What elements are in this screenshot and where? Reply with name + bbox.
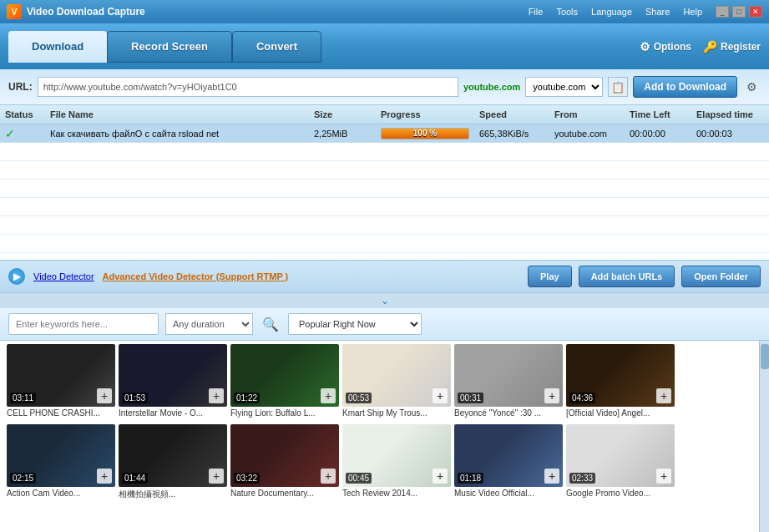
url-dropdown[interactable]: youtube.com xyxy=(525,77,603,97)
col-header-filename: File Name xyxy=(45,108,309,121)
options-label: Options xyxy=(654,41,691,53)
row-status: ✓ xyxy=(0,127,45,140)
menu-share[interactable]: Share xyxy=(645,7,670,17)
url-copy-button[interactable]: 📋 xyxy=(608,77,628,97)
menu-language[interactable]: Language xyxy=(591,7,632,17)
video-thumb[interactable]: 01:44 + xyxy=(119,424,227,487)
video-item: 04:36 + [Official Video] Angel... xyxy=(566,344,675,418)
video-duration: 03:11 xyxy=(10,393,36,403)
video-thumb[interactable]: 04:36 + xyxy=(566,344,675,407)
video-duration: 01:53 xyxy=(122,393,148,403)
add-video-button[interactable]: + xyxy=(544,469,559,484)
progress-bar-text: 100 % xyxy=(382,129,468,139)
menu-bar: File Tools Language Share Help xyxy=(529,7,702,17)
video-title: Interstellar Movie - O... xyxy=(119,408,227,418)
video-thumb[interactable]: 02:15 + xyxy=(7,424,115,487)
register-button[interactable]: 🔑 Register xyxy=(703,40,761,53)
play-button[interactable]: Play xyxy=(528,266,572,287)
video-thumb[interactable]: 03:22 + xyxy=(230,424,339,487)
add-video-button[interactable]: + xyxy=(209,388,224,403)
video-item: 01:44 + 相機拍攝視頻... xyxy=(119,424,227,500)
video-thumb[interactable]: 02:33 + xyxy=(566,424,675,487)
add-video-button[interactable]: + xyxy=(544,388,559,403)
video-thumb[interactable]: 00:31 + xyxy=(454,344,563,407)
collapse-chevron[interactable]: ⌄ xyxy=(0,293,769,308)
row-size: 2,25MiB xyxy=(309,129,376,139)
scrollbar-thumb[interactable] xyxy=(761,344,769,369)
popular-dropdown[interactable]: Popular Right Now Most Viewed Top Rated xyxy=(288,313,422,335)
add-video-button[interactable]: + xyxy=(656,388,671,403)
title-bar: V Video Download Capture File Tools Lang… xyxy=(0,0,769,23)
video-duration: 01:18 xyxy=(458,473,483,484)
table-row[interactable]: ✓ Как скачивать файлО с сайта rsload net… xyxy=(0,124,769,143)
detector-actions: Play Add batch URLs Open Folder xyxy=(528,266,761,287)
app-icon: V xyxy=(7,4,22,19)
add-video-button[interactable]: + xyxy=(97,469,112,484)
video-row-2: 02:15 + Action Cam Video... 01:44 + 相機拍攝… xyxy=(0,421,759,504)
url-settings-button[interactable]: ⚙ xyxy=(742,78,761,96)
search-input[interactable] xyxy=(8,313,159,335)
progress-bar: 100 % xyxy=(381,128,469,139)
video-grid-wrap: 03:11 + CELL PHONE CRASHI... 01:53 + Int… xyxy=(0,341,769,532)
add-video-button[interactable]: + xyxy=(656,469,671,484)
tab-record-screen[interactable]: Record Screen xyxy=(107,31,232,63)
add-video-button[interactable]: + xyxy=(97,388,112,403)
maximize-button[interactable]: □ xyxy=(732,6,746,18)
video-row-1: 03:11 + CELL PHONE CRASHI... 01:53 + Int… xyxy=(0,341,759,421)
empty-rows xyxy=(0,143,769,260)
search-button[interactable]: 🔍 xyxy=(260,313,281,335)
video-title: Nature Documentary... xyxy=(230,489,339,498)
video-duration: 00:31 xyxy=(458,393,483,403)
video-duration: 03:22 xyxy=(234,473,260,484)
row-from: youtube.com xyxy=(549,129,625,139)
video-thumb[interactable]: 01:53 + xyxy=(119,344,227,407)
menu-help[interactable]: Help xyxy=(683,7,702,17)
minimize-button[interactable]: _ xyxy=(716,6,729,18)
video-item: 01:53 + Interstellar Movie - O... xyxy=(119,344,227,418)
scrollbar-vertical[interactable] xyxy=(759,341,769,532)
video-thumb[interactable]: 01:22 + xyxy=(230,344,339,407)
bottom-section: Any duration Short (<4 min) Long (>20 mi… xyxy=(0,308,769,532)
row-progress: 100 % xyxy=(376,128,474,139)
video-title: Google Promo Video... xyxy=(566,489,675,498)
close-button[interactable]: ✕ xyxy=(749,6,762,18)
options-button[interactable]: ⚙ Options xyxy=(640,40,691,53)
url-domain: youtube.com xyxy=(463,82,520,92)
add-batch-urls-button[interactable]: Add batch URLs xyxy=(579,266,675,287)
video-thumb[interactable]: 03:11 + xyxy=(7,344,115,407)
url-input[interactable] xyxy=(38,77,458,97)
video-thumb[interactable]: 00:45 + xyxy=(342,424,451,487)
menu-tools[interactable]: Tools xyxy=(556,7,578,17)
video-detector-link[interactable]: Video Detector xyxy=(33,271,94,281)
col-header-elapsed: Elapsed time xyxy=(691,108,758,121)
video-duration: 01:44 xyxy=(122,473,148,484)
add-video-button[interactable]: + xyxy=(433,388,448,403)
video-thumb[interactable]: 00:53 + xyxy=(342,344,451,407)
add-download-button[interactable]: Add to Download xyxy=(633,76,737,98)
add-video-button[interactable]: + xyxy=(321,469,336,484)
video-thumb[interactable]: 01:18 + xyxy=(454,424,563,487)
detector-bar: ▶ Video Detector Advanced Video Detector… xyxy=(0,260,769,293)
col-header-timeleft: Time Left xyxy=(625,108,691,121)
advanced-detector-link[interactable]: Advanced Video Detector (Support RTMP ) xyxy=(103,271,289,281)
add-video-button[interactable]: + xyxy=(209,469,224,484)
video-item: 00:45 + Tech Review 2014... xyxy=(342,424,451,500)
col-header-size: Size xyxy=(309,108,376,121)
col-header-from: From xyxy=(549,108,625,121)
tab-download[interactable]: Download xyxy=(8,31,107,63)
video-duration: 04:36 xyxy=(569,393,595,403)
video-item: 03:11 + CELL PHONE CRASHI... xyxy=(7,344,115,418)
video-duration: 02:15 xyxy=(10,473,36,484)
toolbar-right: ⚙ Options 🔑 Register xyxy=(640,40,761,53)
detector-icon: ▶ xyxy=(8,268,25,285)
tab-convert[interactable]: Convert xyxy=(232,31,321,63)
url-label: URL: xyxy=(8,81,33,93)
col-header-status: Status xyxy=(0,108,45,121)
row-timeleft: 00:00:00 xyxy=(625,129,691,139)
open-folder-button[interactable]: Open Folder xyxy=(681,266,761,287)
duration-select[interactable]: Any duration Short (<4 min) Long (>20 mi… xyxy=(165,313,253,335)
add-video-button[interactable]: + xyxy=(433,469,448,484)
menu-file[interactable]: File xyxy=(529,7,544,17)
video-item: 00:31 + Beyoncé "Yoncé" :30 ... xyxy=(454,344,563,418)
add-video-button[interactable]: + xyxy=(321,388,336,403)
